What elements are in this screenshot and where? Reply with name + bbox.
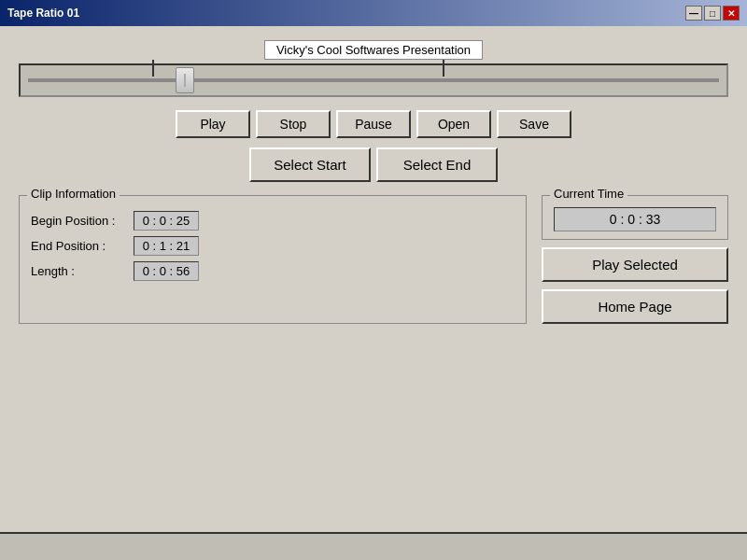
slider-container[interactable] <box>19 63 728 97</box>
clip-info-title: Clip Information <box>27 187 120 201</box>
title-bar-text: Tape Ratio 01 <box>7 7 79 20</box>
button-row-1: Play Stop Pause Open Save <box>19 110 728 138</box>
close-button[interactable]: ✕ <box>723 6 740 21</box>
current-time-title: Current Time <box>550 187 627 201</box>
current-time-box: Current Time 0 : 0 : 33 <box>542 195 728 240</box>
slider-thumb[interactable] <box>176 67 194 93</box>
length-label: Length : <box>31 264 134 278</box>
track-label-container: Vicky's Cool Softwares Presentation <box>19 40 728 60</box>
end-position-label: End Position : <box>31 239 134 253</box>
marker-2 <box>443 60 444 77</box>
marker-1 <box>152 60 154 77</box>
select-start-button[interactable]: Select Start <box>249 147 371 182</box>
select-end-button[interactable]: Select End <box>376 147 498 182</box>
title-bar: Tape Ratio 01 — □ ✕ <box>0 0 747 26</box>
pause-button[interactable]: Pause <box>336 110 411 138</box>
minimize-button[interactable]: — <box>685 6 702 21</box>
length-row: Length : 0 : 0 : 56 <box>31 261 514 281</box>
track-label: Vicky's Cool Softwares Presentation <box>264 40 483 60</box>
play-button[interactable]: Play <box>176 110 250 138</box>
bottom-section: Clip Information Begin Position : 0 : 0 … <box>19 195 728 324</box>
slider-track <box>28 78 719 82</box>
time-display: 0 : 0 : 33 <box>554 207 716 231</box>
right-section: Current Time 0 : 0 : 33 Play Selected Ho… <box>542 195 728 324</box>
begin-position-row: Begin Position : 0 : 0 : 25 <box>31 211 514 231</box>
length-value: 0 : 0 : 56 <box>134 261 199 281</box>
stop-button[interactable]: Stop <box>256 110 331 138</box>
begin-position-label: Begin Position : <box>31 214 134 228</box>
end-position-row: End Position : 0 : 1 : 21 <box>31 236 514 256</box>
title-bar-buttons: — □ ✕ <box>685 6 740 21</box>
right-buttons: Play Selected Home Page <box>542 247 728 324</box>
end-position-value: 0 : 1 : 21 <box>134 236 199 256</box>
play-selected-button[interactable]: Play Selected <box>542 247 728 282</box>
button-row-2: Select Start Select End <box>19 147 728 182</box>
open-button[interactable]: Open <box>416 110 491 138</box>
home-page-button[interactable]: Home Page <box>542 289 728 324</box>
main-content: Vicky's Cool Softwares Presentation Play… <box>0 26 747 338</box>
clip-info-box: Clip Information Begin Position : 0 : 0 … <box>19 195 527 324</box>
save-button[interactable]: Save <box>497 110 571 138</box>
begin-position-value: 0 : 0 : 25 <box>134 211 199 231</box>
maximize-button[interactable]: □ <box>704 6 721 21</box>
bottom-bar <box>0 532 747 560</box>
